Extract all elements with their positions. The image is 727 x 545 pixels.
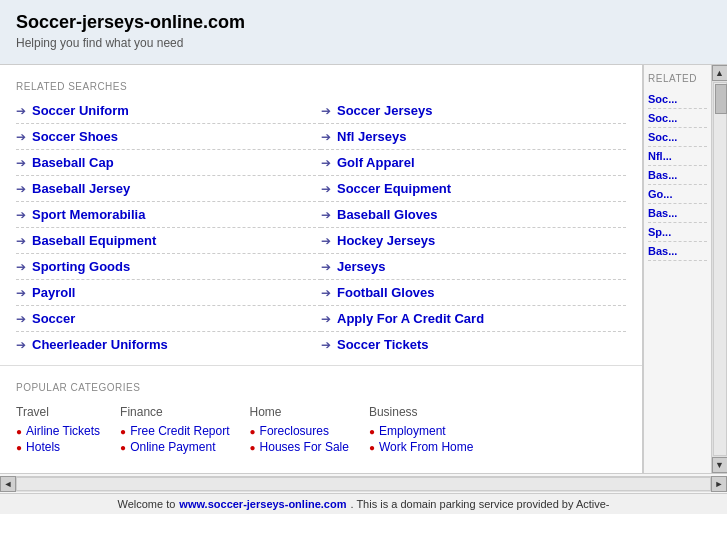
search-link[interactable]: Baseball Cap — [32, 155, 114, 170]
pop-category-heading: Finance — [120, 405, 229, 419]
search-item: ➔Football Gloves — [321, 280, 626, 306]
arrow-icon: ➔ — [321, 182, 331, 196]
sidebar-link[interactable]: Nfl... — [648, 147, 707, 166]
pop-link[interactable]: ●Work From Home — [369, 439, 474, 455]
arrow-icon: ➔ — [16, 312, 26, 326]
search-item: ➔Sport Memorabilia — [16, 202, 321, 228]
search-link[interactable]: Nfl Jerseys — [337, 129, 406, 144]
search-item: ➔Nfl Jerseys — [321, 124, 626, 150]
vertical-scrollbar[interactable]: ▲ ▼ — [711, 65, 727, 473]
scroll-thumb[interactable] — [715, 84, 727, 114]
sidebar-link[interactable]: Go... — [648, 185, 707, 204]
search-link[interactable]: Soccer Uniform — [32, 103, 129, 118]
pop-bullet: ● — [16, 442, 22, 453]
scroll-left-button[interactable]: ◄ — [0, 476, 16, 492]
search-link[interactable]: Baseball Equipment — [32, 233, 156, 248]
arrow-icon: ➔ — [16, 156, 26, 170]
arrow-icon: ➔ — [321, 130, 331, 144]
arrow-icon: ➔ — [321, 156, 331, 170]
sidebar-label: RELATED — [648, 73, 707, 84]
arrow-icon: ➔ — [16, 338, 26, 352]
pop-category-heading: Business — [369, 405, 474, 419]
search-link[interactable]: Soccer — [32, 311, 75, 326]
search-columns: ➔Soccer Uniform➔Soccer Shoes➔Baseball Ca… — [16, 98, 626, 357]
sidebar-link[interactable]: Bas... — [648, 242, 707, 261]
bottom-site-link[interactable]: www.soccer-jerseys-online.com — [179, 498, 346, 510]
search-item: ➔Soccer — [16, 306, 321, 332]
search-link[interactable]: Football Gloves — [337, 285, 435, 300]
pop-bullet: ● — [250, 426, 256, 437]
search-item: ➔Apply For A Credit Card — [321, 306, 626, 332]
related-searches-label: RELATED SEARCHES — [16, 73, 626, 98]
bottom-bar: Welcome to www.soccer-jerseys-online.com… — [0, 493, 727, 514]
search-item: ➔Soccer Equipment — [321, 176, 626, 202]
pop-link[interactable]: ●Foreclosures — [250, 423, 349, 439]
sidebar-link[interactable]: Bas... — [648, 166, 707, 185]
search-link[interactable]: Soccer Shoes — [32, 129, 118, 144]
pop-col: Finance●Free Credit Report●Online Paymen… — [120, 405, 229, 455]
search-link[interactable]: Cheerleader Uniforms — [32, 337, 168, 352]
search-item: ➔Baseball Gloves — [321, 202, 626, 228]
search-link[interactable]: Soccer Equipment — [337, 181, 451, 196]
pop-link[interactable]: ●Houses For Sale — [250, 439, 349, 455]
scroll-right-button[interactable]: ► — [711, 476, 727, 492]
search-item: ➔Sporting Goods — [16, 254, 321, 280]
arrow-icon: ➔ — [16, 104, 26, 118]
search-item: ➔Jerseys — [321, 254, 626, 280]
pop-col: Travel●Airline Tickets●Hotels — [16, 405, 100, 455]
arrow-icon: ➔ — [321, 286, 331, 300]
pop-category-heading: Travel — [16, 405, 100, 419]
search-link[interactable]: Baseball Gloves — [337, 207, 437, 222]
search-item: ➔Baseball Cap — [16, 150, 321, 176]
pop-link[interactable]: ●Employment — [369, 423, 474, 439]
search-link[interactable]: Jerseys — [337, 259, 385, 274]
pop-col: Home●Foreclosures●Houses For Sale — [250, 405, 349, 455]
search-link[interactable]: Soccer Jerseys — [337, 103, 432, 118]
arrow-icon: ➔ — [16, 208, 26, 222]
pop-link[interactable]: ●Hotels — [16, 439, 100, 455]
arrow-icon: ➔ — [321, 312, 331, 326]
search-link[interactable]: Hockey Jerseys — [337, 233, 435, 248]
sidebar-link[interactable]: Soc... — [648, 90, 707, 109]
scroll-track — [713, 82, 727, 456]
search-link[interactable]: Apply For A Credit Card — [337, 311, 484, 326]
pop-link[interactable]: ●Airline Tickets — [16, 423, 100, 439]
scroll-down-button[interactable]: ▼ — [712, 457, 728, 473]
popular-categories-label: POPULAR CATEGORIES — [16, 374, 626, 399]
related-searches-section: RELATED SEARCHES ➔Soccer Uniform➔Soccer … — [0, 65, 642, 365]
search-item: ➔Golf Apparel — [321, 150, 626, 176]
search-link[interactable]: Baseball Jersey — [32, 181, 130, 196]
arrow-icon: ➔ — [321, 234, 331, 248]
search-link[interactable]: Sport Memorabilia — [32, 207, 145, 222]
sidebar-link[interactable]: Bas... — [648, 204, 707, 223]
search-link[interactable]: Sporting Goods — [32, 259, 130, 274]
arrow-icon: ➔ — [16, 182, 26, 196]
popular-categories-section: POPULAR CATEGORIES Travel●Airline Ticket… — [0, 365, 642, 463]
pop-link[interactable]: ●Online Payment — [120, 439, 229, 455]
pop-bullet: ● — [120, 442, 126, 453]
pop-bullet: ● — [369, 426, 375, 437]
sidebar-link[interactable]: Sp... — [648, 223, 707, 242]
pop-category-heading: Home — [250, 405, 349, 419]
search-col-right: ➔Soccer Jerseys➔Nfl Jerseys➔Golf Apparel… — [321, 98, 626, 357]
arrow-icon: ➔ — [16, 130, 26, 144]
scroll-up-button[interactable]: ▲ — [712, 65, 728, 81]
search-link[interactable]: Payroll — [32, 285, 75, 300]
arrow-icon: ➔ — [16, 234, 26, 248]
pop-bullet: ● — [16, 426, 22, 437]
main-content: RELATED SEARCHES ➔Soccer Uniform➔Soccer … — [0, 65, 643, 473]
search-link[interactable]: Soccer Tickets — [337, 337, 429, 352]
arrow-icon: ➔ — [16, 286, 26, 300]
bottom-suffix: . This is a domain parking service provi… — [350, 498, 609, 510]
sidebar-link[interactable]: Soc... — [648, 109, 707, 128]
right-sidebar: RELATED Soc...Soc...Soc...Nfl...Bas...Go… — [643, 65, 711, 473]
arrow-icon: ➔ — [321, 260, 331, 274]
search-item: ➔Baseball Equipment — [16, 228, 321, 254]
pop-col: Business●Employment●Work From Home — [369, 405, 474, 455]
pop-link[interactable]: ●Free Credit Report — [120, 423, 229, 439]
h-scroll-track — [16, 477, 711, 491]
sidebar-link[interactable]: Soc... — [648, 128, 707, 147]
horizontal-scrollbar[interactable]: ◄ ► — [0, 476, 727, 492]
search-link[interactable]: Golf Apparel — [337, 155, 415, 170]
pop-bullet: ● — [250, 442, 256, 453]
